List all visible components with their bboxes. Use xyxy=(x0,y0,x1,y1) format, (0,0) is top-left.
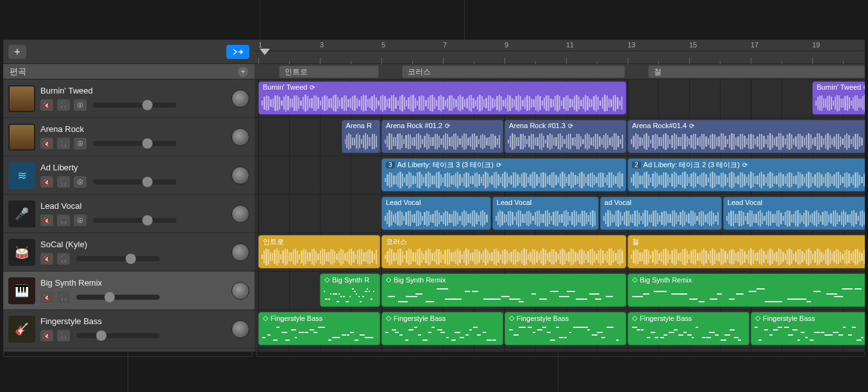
track-instrument-icon: 🎸 xyxy=(8,316,35,343)
pan-knob[interactable] xyxy=(231,205,249,223)
pan-knob[interactable] xyxy=(231,128,249,146)
solo-button[interactable]: 🎧 xyxy=(57,99,70,111)
region[interactable]: ◇Fingerstyle Bass xyxy=(381,312,503,345)
arrangement-track[interactable]: 인트로코러스절 xyxy=(255,64,865,79)
region[interactable]: Arena R xyxy=(342,120,380,153)
track-lane[interactable]: Arena RArena Rock #01.2⟳Arena Rock #01.3… xyxy=(255,118,865,156)
region[interactable]: ◇Big Synth R xyxy=(320,274,380,307)
region[interactable]: ◇Big Synth Remix xyxy=(381,274,626,307)
region[interactable]: Burnin' Tweed⟳ xyxy=(258,81,626,115)
region[interactable]: Burnin' Tweed⟳ xyxy=(812,81,865,115)
track-header[interactable]: Burnin' Tweed🔇🎧⦿ xyxy=(3,79,255,118)
ruler-number: 15 xyxy=(689,41,697,49)
track-header[interactable]: 🎹Big Synth Remix🔇🎧 xyxy=(3,272,255,310)
volume-slider[interactable] xyxy=(76,256,160,261)
ruler-number: 1 xyxy=(258,41,262,49)
region[interactable]: Lead Vocal xyxy=(723,197,865,230)
track-header[interactable]: ≋Ad Liberty🔇🎧⦿ xyxy=(3,156,255,195)
region-lanes[interactable]: Burnin' Tweed⟳Burnin' Tweed⟳Arena RArena… xyxy=(255,79,865,352)
solo-button[interactable]: 🎧 xyxy=(57,215,70,226)
volume-slider[interactable] xyxy=(93,102,176,108)
rec-button[interactable]: ⦿ xyxy=(74,215,87,226)
callout-line xyxy=(252,352,253,357)
region[interactable]: ad Vocal xyxy=(600,197,722,230)
take-badge: 2 xyxy=(632,161,641,168)
region[interactable]: ◇Fingerstyle Bass xyxy=(751,312,865,345)
volume-slider[interactable] xyxy=(76,333,160,338)
solo-button[interactable]: 🎧 xyxy=(57,253,70,265)
region[interactable]: 코러스 xyxy=(381,235,626,268)
pan-knob[interactable] xyxy=(231,90,249,108)
region[interactable]: ◇Fingerstyle Bass xyxy=(505,312,626,345)
region[interactable]: Lead Vocal xyxy=(492,197,599,230)
region[interactable]: Arena Rock#01.4⟳ xyxy=(628,120,865,153)
solo-button[interactable]: 🎧 xyxy=(57,330,70,341)
loop-icon: ⟳ xyxy=(445,122,450,129)
pan-knob[interactable] xyxy=(231,243,249,261)
track-lane[interactable]: ◇Fingerstyle Bass◇Fingerstyle Bass◇Finge… xyxy=(255,310,865,348)
solo-button[interactable]: 🎧 xyxy=(57,291,70,303)
volume-slider[interactable] xyxy=(93,179,176,184)
region[interactable]: 절 xyxy=(628,235,865,268)
ruler-number: 3 xyxy=(320,41,324,49)
mute-button[interactable]: 🔇 xyxy=(40,99,53,111)
track-header[interactable]: Arena Rock🔇🎧⦿ xyxy=(3,118,255,156)
arrangement-section-header[interactable]: 편곡 + xyxy=(3,64,255,79)
region-label: 코러스 xyxy=(386,237,622,247)
track-lane[interactable]: Burnin' Tweed⟳Burnin' Tweed⟳ xyxy=(255,79,865,118)
filter-button[interactable] xyxy=(226,45,249,59)
pan-knob[interactable] xyxy=(231,282,249,300)
callout-line xyxy=(256,352,257,357)
region-label: Arena Rock#01.4⟳ xyxy=(632,122,862,129)
arrangement-marker[interactable]: 인트로 xyxy=(279,65,379,78)
region-label: Arena R xyxy=(346,122,376,129)
rec-button[interactable]: ⦿ xyxy=(74,176,87,188)
region[interactable]: Lead Vocal xyxy=(381,197,491,230)
callout-line xyxy=(558,352,558,391)
region[interactable]: 인트로 xyxy=(258,235,380,268)
add-arrangement-marker-button[interactable]: + xyxy=(238,67,248,77)
callout-line xyxy=(128,352,128,391)
mute-button[interactable]: 🔇 xyxy=(40,138,53,149)
region[interactable]: ◇Big Synth Remix xyxy=(628,274,865,307)
volume-slider[interactable] xyxy=(93,218,176,223)
tracks-area: + 편곡 + Burnin' Tweed🔇🎧⦿Arena Rock🔇🎧⦿≋Ad … xyxy=(3,40,865,352)
mute-button[interactable]: 🔇 xyxy=(40,253,53,265)
region[interactable]: Arena Rock #01.3⟳ xyxy=(505,120,626,153)
add-track-button[interactable]: + xyxy=(8,45,26,59)
track-header[interactable]: 🎤Lead Vocal🔇🎧⦿ xyxy=(3,195,255,233)
ruler[interactable]: 135791113151719 xyxy=(255,40,865,64)
track-header[interactable]: 🥁SoCal (Kyle)🔇🎧 xyxy=(3,233,255,272)
region-label: Lead Vocal xyxy=(497,199,594,206)
mute-button[interactable]: 🔇 xyxy=(40,291,53,303)
rec-button[interactable]: ⦿ xyxy=(74,99,87,111)
arrangement-marker[interactable]: 절 xyxy=(648,65,865,78)
track-instrument-icon: 🎤 xyxy=(8,200,35,227)
track-lane[interactable]: 3Ad Liberty: 테이크 3 (3 테이크)⟳2Ad Liberty: … xyxy=(255,156,865,195)
rec-button[interactable]: ⦿ xyxy=(74,138,87,149)
region[interactable]: 3Ad Liberty: 테이크 3 (3 테이크)⟳ xyxy=(381,158,626,192)
track-lane[interactable]: ◇Big Synth R◇Big Synth Remix◇Big Synth R… xyxy=(255,272,865,310)
region[interactable]: ◇Fingerstyle Bass xyxy=(258,312,380,345)
arrangement-marker[interactable]: 코러스 xyxy=(402,65,625,78)
track-lane[interactable]: 인트로코러스절 xyxy=(255,233,865,272)
solo-button[interactable]: 🎧 xyxy=(57,138,70,149)
playhead-icon[interactable] xyxy=(260,49,270,55)
mute-button[interactable]: 🔇 xyxy=(40,330,53,341)
region-label: 인트로 xyxy=(263,237,376,247)
mute-button[interactable]: 🔇 xyxy=(40,176,53,188)
pan-knob[interactable] xyxy=(231,320,249,338)
volume-slider[interactable] xyxy=(76,295,160,300)
pan-knob[interactable] xyxy=(231,167,249,184)
track-header[interactable]: 🎸Fingerstyle Bass🔇🎧 xyxy=(3,310,255,348)
loop-icon: ⟳ xyxy=(742,161,747,168)
solo-button[interactable]: 🎧 xyxy=(57,176,70,188)
callout-line xyxy=(3,352,4,357)
loop-icon: ⟳ xyxy=(864,84,865,91)
track-lane[interactable]: Lead VocalLead Vocalad VocalLead Vocal xyxy=(255,195,865,233)
region[interactable]: ◇Fingerstyle Bass xyxy=(628,312,749,345)
volume-slider[interactable] xyxy=(93,141,176,146)
mute-button[interactable]: 🔇 xyxy=(40,215,53,226)
region[interactable]: Arena Rock #01.2⟳ xyxy=(381,120,503,153)
region[interactable]: 2Ad Liberty: 테이크 2 (3 테이크)⟳ xyxy=(628,158,865,192)
